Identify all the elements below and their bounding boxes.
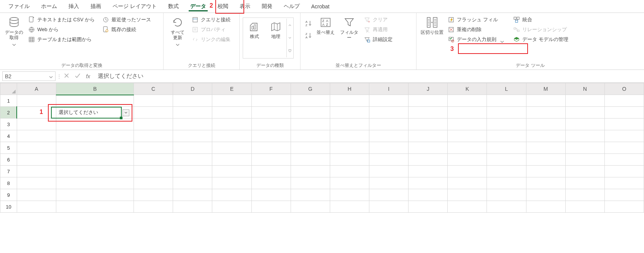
cell[interactable] <box>291 95 330 107</box>
sort-button[interactable]: ZAAZ 並べ替え <box>314 14 337 36</box>
cell-B2[interactable]: 選択してください <box>56 107 134 119</box>
formula-input[interactable]: 選択してください <box>94 70 644 82</box>
cell[interactable] <box>212 166 251 177</box>
cell[interactable] <box>56 166 134 177</box>
cell[interactable] <box>291 154 330 166</box>
cell[interactable] <box>291 130 330 142</box>
cell[interactable] <box>526 177 565 189</box>
cell[interactable] <box>526 95 565 107</box>
cell[interactable] <box>487 154 526 166</box>
cell[interactable] <box>487 130 526 142</box>
tab-home[interactable]: ホーム <box>36 1 62 12</box>
cell[interactable] <box>409 166 448 177</box>
cell[interactable] <box>526 142 565 154</box>
cell[interactable] <box>212 201 251 213</box>
cell[interactable] <box>134 189 173 201</box>
consolidate-button[interactable]: 統合 <box>511 15 571 24</box>
tab-draw[interactable]: 描画 <box>85 1 107 12</box>
cell[interactable] <box>134 95 173 107</box>
cell[interactable] <box>251 107 291 119</box>
from-text-csv-button[interactable]: テキストまたは CSV から <box>26 15 97 24</box>
cell[interactable] <box>369 154 408 166</box>
cell[interactable] <box>604 177 644 189</box>
cell[interactable] <box>212 177 251 189</box>
cell[interactable] <box>330 130 369 142</box>
cell[interactable] <box>604 119 644 130</box>
refresh-all-button[interactable]: すべて 更新 <box>167 14 189 45</box>
cell[interactable] <box>526 154 565 166</box>
cell[interactable] <box>369 119 408 130</box>
cell[interactable] <box>604 95 644 107</box>
sort-asc-button[interactable]: AZ <box>304 18 313 28</box>
cell[interactable] <box>17 201 56 213</box>
cell[interactable] <box>526 166 565 177</box>
cell[interactable] <box>251 166 291 177</box>
row-header-7[interactable]: 7 <box>0 166 17 177</box>
col-header-A[interactable]: A <box>17 83 56 95</box>
cell[interactable] <box>291 107 330 119</box>
cell[interactable] <box>487 142 526 154</box>
col-header-F[interactable]: F <box>251 83 291 95</box>
geography-button[interactable]: 地理 <box>265 19 286 41</box>
cell[interactable] <box>526 107 565 119</box>
cell[interactable] <box>409 189 448 201</box>
cell[interactable] <box>56 177 134 189</box>
flash-fill-button[interactable]: フラッシュ フィル <box>445 15 506 24</box>
cell[interactable] <box>173 154 212 166</box>
select-all-corner[interactable] <box>0 83 17 95</box>
cell[interactable] <box>487 177 526 189</box>
cell[interactable] <box>369 166 408 177</box>
cell[interactable] <box>369 142 408 154</box>
cell[interactable] <box>212 142 251 154</box>
cancel-formula-button[interactable] <box>64 73 69 79</box>
cell[interactable] <box>565 119 604 130</box>
col-header-E[interactable]: E <box>212 83 251 95</box>
cell[interactable] <box>173 177 212 189</box>
spreadsheet-grid[interactable]: A B C D E F G H I J K L M N O 1 2 選択してくだ… <box>0 83 644 213</box>
cell[interactable] <box>448 177 487 189</box>
cell[interactable] <box>330 107 369 119</box>
cell[interactable] <box>409 201 448 213</box>
cell[interactable] <box>251 189 291 201</box>
col-header-O[interactable]: O <box>604 83 644 95</box>
cell[interactable] <box>565 154 604 166</box>
cell[interactable] <box>330 166 369 177</box>
cell[interactable] <box>291 166 330 177</box>
col-header-L[interactable]: L <box>487 83 526 95</box>
cell[interactable] <box>409 177 448 189</box>
cell[interactable] <box>487 107 526 119</box>
cell[interactable] <box>251 119 291 130</box>
cell[interactable] <box>448 166 487 177</box>
cell[interactable] <box>565 142 604 154</box>
col-header-M[interactable]: M <box>526 83 565 95</box>
cell[interactable] <box>173 107 212 119</box>
cell[interactable] <box>17 130 56 142</box>
row-header-4[interactable]: 4 <box>0 130 17 142</box>
cell[interactable] <box>56 142 134 154</box>
existing-connections-button[interactable]: 既存の接続 <box>100 25 153 34</box>
cell[interactable] <box>565 130 604 142</box>
cell[interactable] <box>409 154 448 166</box>
row-header-9[interactable]: 9 <box>0 189 17 201</box>
cell[interactable] <box>604 154 644 166</box>
gallery-more-button[interactable] <box>287 44 293 57</box>
cell[interactable] <box>369 177 408 189</box>
cell[interactable] <box>330 119 369 130</box>
col-header-D[interactable]: D <box>173 83 212 95</box>
cell[interactable] <box>251 142 291 154</box>
cell[interactable] <box>134 201 173 213</box>
insert-function-button[interactable]: fx <box>86 73 90 79</box>
cell[interactable] <box>409 119 448 130</box>
cell[interactable] <box>487 189 526 201</box>
cell[interactable] <box>448 142 487 154</box>
col-header-H[interactable]: H <box>330 83 369 95</box>
cell[interactable] <box>251 201 291 213</box>
queries-connections-button[interactable]: クエリと接続 <box>189 15 233 24</box>
cell[interactable] <box>526 201 565 213</box>
cell[interactable] <box>409 130 448 142</box>
col-header-J[interactable]: J <box>409 83 448 95</box>
cell[interactable] <box>17 189 56 201</box>
cell[interactable] <box>291 142 330 154</box>
cell[interactable] <box>56 201 134 213</box>
cell[interactable] <box>134 154 173 166</box>
